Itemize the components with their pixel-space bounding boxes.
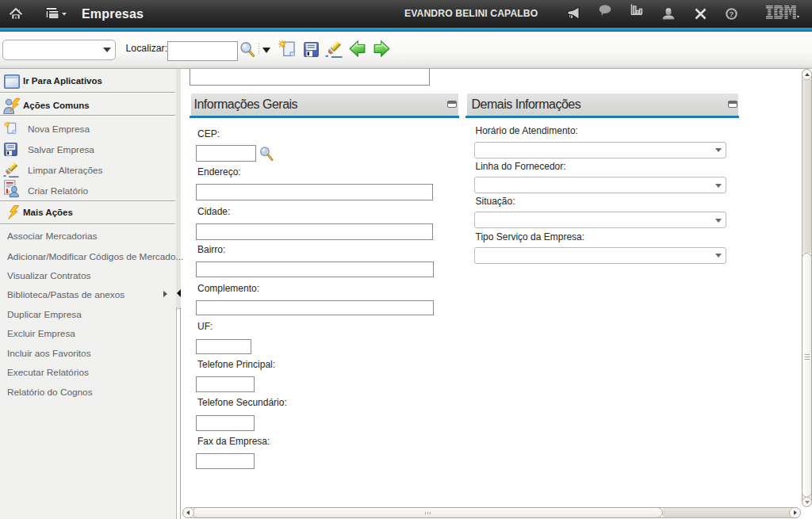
svg-text:?: ? — [730, 10, 734, 18]
